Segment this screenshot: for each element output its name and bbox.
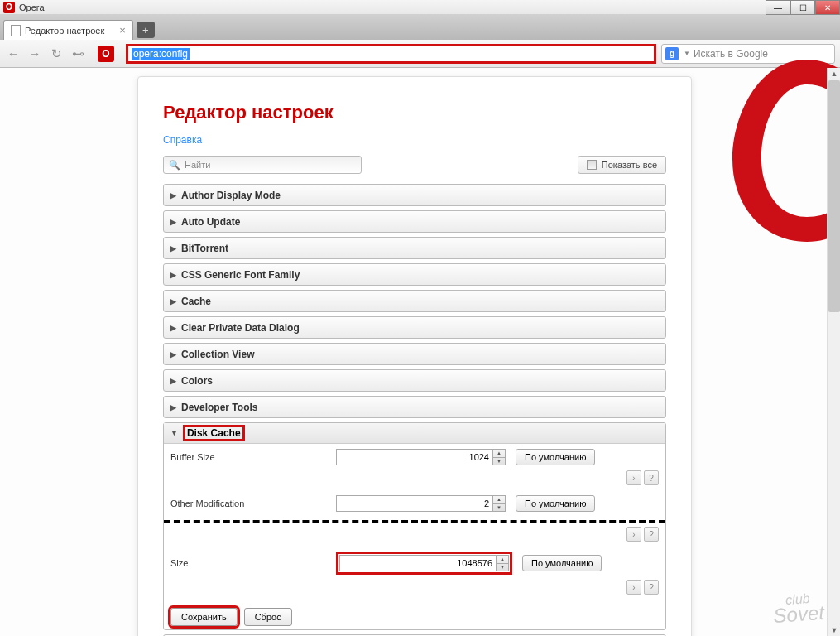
spinner-down-icon[interactable]: ▼ — [497, 564, 508, 571]
find-input[interactable]: 🔍 Найти — [163, 156, 362, 174]
section-disk-cache-header[interactable]: ▼ Disk Cache — [164, 423, 665, 444]
section-developer-tools[interactable]: ▶Developer Tools — [163, 396, 666, 418]
spinner-buttons[interactable]: ▲▼ — [497, 555, 509, 571]
spinner-up-icon[interactable]: ▲ — [493, 450, 505, 458]
maximize-button[interactable]: ☐ — [790, 0, 815, 15]
save-button[interactable]: Сохранить — [170, 608, 238, 626]
chevron-right-icon: ▶ — [170, 324, 176, 332]
setting-aux-row: ›? — [164, 527, 665, 547]
setting-aux-row: ›? — [164, 470, 665, 490]
section-css-generic-font[interactable]: ▶CSS Generic Font Family — [163, 263, 666, 286]
section-label: Developer Tools — [181, 402, 257, 413]
footer-buttons: Сохранить Сброс — [164, 600, 665, 629]
section-label: Cache — [181, 296, 211, 307]
show-all-button[interactable]: Показать все — [578, 156, 666, 174]
scroll-thumb[interactable] — [828, 80, 840, 312]
window-titlebar: O Opera — [0, 0, 840, 15]
section-author-display-mode[interactable]: ▶Author Display Mode — [163, 184, 666, 206]
separator — [164, 520, 665, 523]
checkbox-icon — [587, 160, 597, 170]
tabs-bar: Редактор настроек × + — [0, 15, 840, 40]
default-button[interactable]: По умолчанию — [522, 555, 602, 571]
address-bar-wrap: opera:config — [126, 44, 656, 64]
spinner-down-icon[interactable]: ▼ — [493, 504, 505, 512]
google-icon: g — [665, 47, 679, 60]
opera-app-icon: O — [3, 2, 15, 13]
spinner-buttons[interactable]: ▲▼ — [493, 449, 506, 465]
tab-title: Редактор настроек — [25, 26, 104, 36]
search-engine-dropdown-icon[interactable]: ▼ — [684, 50, 690, 57]
setting-other-modification: Other Modification ▲▼ По умолчанию — [164, 490, 665, 517]
forward-button[interactable]: → — [26, 46, 43, 62]
new-tab-button[interactable]: + — [137, 22, 155, 38]
home-button[interactable]: ⊷ — [70, 46, 86, 62]
setting-label: Other Modification — [170, 499, 336, 508]
setting-buffer-size: Buffer Size ▲▼ По умолчанию — [164, 444, 665, 470]
default-button[interactable]: По умолчанию — [516, 449, 595, 465]
opera-menu-button[interactable]: O — [98, 46, 114, 62]
section-label: Collection View — [181, 349, 254, 360]
chevron-right-icon: ▶ — [170, 297, 176, 306]
scroll-down-icon[interactable]: ▼ — [828, 624, 840, 636]
section-cache[interactable]: ▶Cache — [163, 290, 666, 312]
settings-panel: Редактор настроек Справка 🔍 Найти Показа… — [137, 76, 692, 636]
setting-aux-row: ›? — [164, 580, 665, 600]
chevron-down-icon: ▼ — [170, 429, 178, 437]
search-row: 🔍 Найти Показать все — [163, 156, 666, 174]
setting-label: Buffer Size — [170, 452, 336, 462]
section-label: CSS Generic Font Family — [181, 269, 300, 281]
section-collection-view[interactable]: ▶Collection View — [163, 343, 666, 365]
help-link[interactable]: Справка — [163, 134, 202, 146]
help-button[interactable]: ? — [644, 580, 659, 595]
aux-button[interactable]: › — [626, 527, 641, 542]
section-bittorrent[interactable]: ▶BitTorrent — [163, 237, 666, 259]
show-all-label: Показать все — [602, 160, 657, 170]
section-disk-cache: ▼ Disk Cache Buffer Size ▲▼ По умолчанию… — [163, 422, 666, 630]
section-label: Clear Private Data Dialog — [181, 322, 300, 334]
chevron-right-icon: ▶ — [170, 244, 176, 253]
help-button[interactable]: ? — [644, 527, 659, 542]
search-icon: 🔍 — [169, 160, 180, 171]
opera-logo-decoration — [724, 51, 840, 250]
close-button[interactable]: ✕ — [815, 0, 840, 15]
chevron-right-icon: ▶ — [170, 403, 176, 412]
chevron-right-icon: ▶ — [170, 191, 176, 200]
reload-button[interactable]: ↻ — [48, 46, 65, 62]
tab-close-icon[interactable]: × — [119, 24, 126, 36]
size-input[interactable] — [339, 555, 497, 571]
spinner-up-icon[interactable]: ▲ — [497, 556, 508, 564]
back-button[interactable]: ← — [5, 46, 22, 62]
section-auto-update[interactable]: ▶Auto Update — [163, 210, 666, 233]
spinner-buttons[interactable]: ▲▼ — [493, 495, 506, 512]
aux-button[interactable]: › — [626, 580, 641, 595]
window-title: Opera — [19, 2, 45, 12]
section-colors[interactable]: ▶Colors — [163, 369, 666, 392]
watermark: club Sovet — [771, 592, 824, 625]
spinner-down-icon[interactable]: ▼ — [493, 458, 505, 465]
scroll-up-icon[interactable]: ▲ — [828, 68, 840, 80]
section-label: Author Display Mode — [181, 190, 281, 201]
other-modification-input[interactable] — [336, 495, 493, 512]
url-text: opera:config — [132, 48, 190, 60]
section-label: Auto Update — [181, 216, 240, 228]
scrollbar[interactable]: ▲ ▼ — [827, 68, 840, 636]
section-clear-private-data[interactable]: ▶Clear Private Data Dialog — [163, 316, 666, 339]
reset-button[interactable]: Сброс — [244, 608, 292, 626]
help-button[interactable]: ? — [644, 470, 659, 485]
buffer-size-input[interactable] — [336, 449, 493, 465]
section-label: BitTorrent — [181, 243, 228, 254]
aux-button[interactable]: › — [626, 470, 641, 485]
window-controls: — ☐ ✕ — [766, 0, 840, 15]
find-placeholder: Найти — [185, 160, 210, 170]
minimize-button[interactable]: — — [766, 0, 790, 15]
toolbar: ← → ↻ ⊷ O opera:config g ▼ Искать в Goog… — [0, 40, 840, 68]
content-area: Редактор настроек Справка 🔍 Найти Показа… — [0, 68, 840, 636]
watermark-bottom: Sovet — [772, 604, 824, 625]
address-bar[interactable]: opera:config — [126, 44, 656, 64]
spinner-up-icon[interactable]: ▲ — [493, 496, 505, 504]
chevron-right-icon: ▶ — [170, 218, 176, 226]
tab-settings-editor[interactable]: Редактор настроек × — [3, 20, 133, 40]
page-icon — [11, 25, 21, 36]
chevron-right-icon: ▶ — [170, 350, 176, 359]
default-button[interactable]: По умолчанию — [516, 495, 595, 512]
